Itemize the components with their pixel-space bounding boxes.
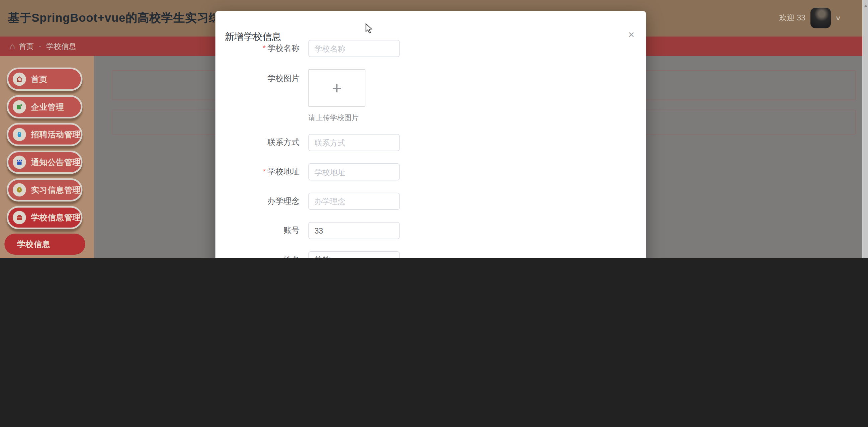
sidebar-item-label: 通知公告管理: [31, 157, 81, 167]
required-mark: *: [263, 167, 266, 176]
field-label: *学校地址: [216, 163, 309, 180]
building-icon: [13, 100, 26, 114]
storefront-icon: [13, 156, 26, 169]
app-title: 基于SpringBoot+vue的高校学生实习综合: [8, 10, 215, 25]
sidebar-item-home[interactable]: 首页: [7, 68, 83, 91]
badge-icon: [13, 183, 26, 197]
breadcrumb-current: 学校信息: [46, 41, 76, 51]
sidebar-item-label: 学校信息管理: [31, 212, 81, 222]
sidebar-item-recruit-activities[interactable]: 招聘活动管理: [7, 123, 83, 146]
field-label: 姓名: [216, 251, 309, 258]
address-input[interactable]: [308, 163, 400, 180]
school-name-input[interactable]: [308, 40, 400, 57]
close-icon[interactable]: ×: [628, 29, 634, 40]
form-row-account: 账号: [216, 222, 400, 239]
contact-input[interactable]: [308, 134, 400, 151]
mouse-icon: [13, 128, 26, 141]
sidebar-item-school-info[interactable]: 学校信息: [4, 234, 85, 255]
screen: 基于SpringBoot+vue的高校学生实习综合 欢迎 33 ∨ ⌂ 首页 -…: [0, 0, 868, 258]
avatar[interactable]: [810, 8, 831, 28]
home-icon: [13, 72, 26, 86]
form-row-address: *学校地址: [216, 163, 400, 180]
field-label: *学校名称: [216, 40, 309, 57]
philosophy-input[interactable]: [308, 193, 400, 210]
sidebar-item-label: 实习信息管理: [31, 185, 81, 195]
sidebar-item-label: 企业管理: [31, 102, 64, 112]
upload-hint: 请上传学校图片: [308, 113, 365, 123]
sidebar-item-label: 首页: [31, 74, 48, 84]
required-mark: *: [263, 44, 266, 53]
home-icon: ⌂: [10, 42, 15, 51]
add-school-dialog: 新增学校信息 × *学校名称 学校图片 + 请上传学校图片 联系方式 *学校地址…: [216, 11, 646, 258]
sidebar-item-notices[interactable]: 通知公告管理: [7, 151, 83, 174]
welcome-text: 欢迎 33: [779, 13, 805, 23]
field-label: 办学理念: [216, 193, 309, 210]
sidebar-item-companies[interactable]: 企业管理: [7, 95, 83, 119]
sidebar-item-label: 学校信息: [17, 239, 50, 249]
form-row-school-image: 学校图片 + 请上传学校图片: [216, 69, 365, 123]
user-menu[interactable]: 欢迎 33 ∨: [779, 8, 840, 28]
sidebar-item-school-info-mgmt[interactable]: 学校信息管理: [7, 206, 83, 229]
form-row-school-name: *学校名称: [216, 40, 400, 57]
plus-icon: +: [332, 80, 342, 96]
briefcase-icon: [13, 211, 26, 224]
sidebar: 首页 企业管理 招聘活动管理 通知公告管理 实习信息管理: [0, 56, 94, 258]
chevron-down-icon[interactable]: ∨: [835, 14, 841, 22]
breadcrumb-home[interactable]: 首页: [19, 41, 34, 51]
field-label: 学校图片: [216, 69, 309, 84]
form-row-contact: 联系方式: [216, 134, 400, 151]
field-label: 联系方式: [216, 134, 309, 151]
vertical-scrollbar[interactable]: [862, 0, 868, 258]
sidebar-item-label: 招聘活动管理: [31, 129, 81, 140]
sidebar-item-internships[interactable]: 实习信息管理: [7, 178, 83, 202]
breadcrumb-separator: -: [39, 42, 41, 51]
form-row-philosophy: 办学理念: [216, 193, 400, 210]
scroll-up-arrow[interactable]: [864, 4, 867, 7]
form-row-name: 姓名: [216, 251, 400, 258]
image-upload-box[interactable]: +: [308, 69, 365, 107]
field-label: 账号: [216, 222, 309, 239]
account-input[interactable]: [308, 222, 400, 239]
name-input[interactable]: [308, 251, 400, 258]
